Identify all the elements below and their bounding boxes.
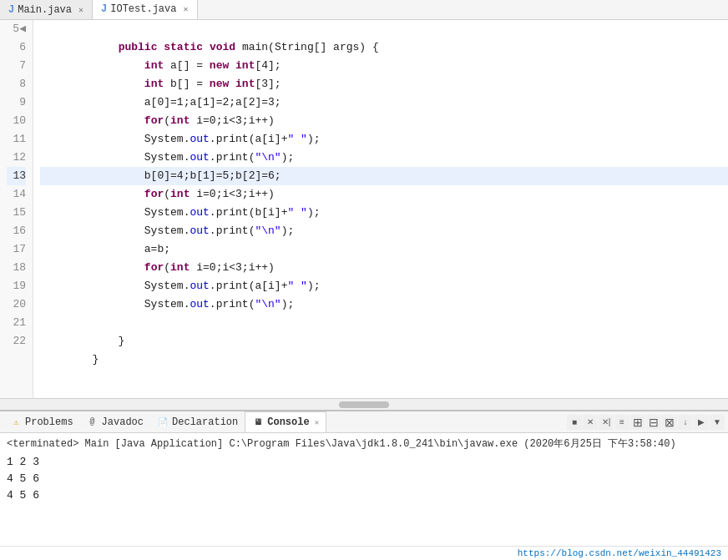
line-num-7: 7 [7, 57, 26, 75]
line-num-12: 12 [7, 149, 26, 167]
line-num-20: 20 [7, 295, 26, 314]
line-num-11: 11 [7, 130, 26, 149]
line-num-15: 15 [7, 204, 26, 222]
line-num-17: 17 [7, 240, 26, 259]
panel-tab-console[interactable]: 🖥 Console ✕ [245, 411, 326, 432]
line-num-19: 19 [7, 277, 26, 295]
tab-iotest-java-close[interactable]: ✕ [183, 4, 188, 14]
line-num-13: 13 [7, 167, 26, 185]
console-icon: 🖥 [252, 416, 264, 428]
console-tab-marker: ✕ [315, 418, 319, 427]
toolbar-expand-btn[interactable]: ▼ [710, 415, 725, 430]
panel-tab-declaration[interactable]: 📄 Declaration [150, 411, 245, 432]
toolbar-new-btn[interactable]: ⊞ [630, 415, 645, 430]
panel-tab-declaration-label: Declaration [172, 416, 238, 428]
console-output: 1 2 3 4 5 6 4 5 6 [7, 454, 721, 504]
scrollbar-thumb [339, 401, 389, 408]
tab-iotest-java-icon: J [101, 3, 107, 15]
panel-tab-console-label: Console [267, 416, 309, 428]
toolbar-run-btn[interactable]: ▶ [694, 415, 709, 430]
code-container: 5◀ 6 7 8 9 10 11 12 13 14 15 16 17 18 19… [0, 20, 728, 398]
code-line-5: public static void main(String[] args) { [40, 20, 728, 38]
line-num-18: 18 [7, 259, 26, 277]
console-content: <terminated> Main [Java Application] C:\… [0, 433, 728, 546]
line-num-21: 21 [7, 314, 26, 332]
toolbar-close-btn[interactable]: ✕ [583, 415, 598, 430]
panel-tab-problems[interactable]: ⚠ Problems [3, 411, 80, 432]
tab-main-java-icon: J [8, 4, 14, 16]
editor-tab-bar: J Main.java ✕ J IOTest.java ✕ [0, 0, 728, 20]
toolbar-minimize-btn[interactable]: ⊟ [646, 415, 661, 430]
tab-main-java-close[interactable]: ✕ [78, 5, 83, 15]
editor-area: 5◀ 6 7 8 9 10 11 12 13 14 15 16 17 18 19… [0, 20, 728, 410]
console-footer: https://blog.csdn.net/weixin_44491423 [0, 546, 728, 560]
tab-iotest-java-label: IOTest.java [110, 3, 176, 15]
line-numbers: 5◀ 6 7 8 9 10 11 12 13 14 15 16 17 18 19… [0, 20, 33, 398]
line-num-10: 10 [7, 112, 26, 130]
code-line-22: } [40, 332, 728, 351]
editor-scrollbar[interactable] [0, 398, 728, 410]
line-num-6: 6 [7, 38, 26, 57]
line-num-16: 16 [7, 222, 26, 240]
bottom-panel: ⚠ Problems @ Javadoc 📄 Declaration 🖥 Con… [0, 410, 728, 560]
console-line-3: 4 5 6 [7, 487, 721, 504]
panel-toolbar: ■ ✕ ✕| ≡ ⊞ ⊟ ⊠ ↓ ▶ ▼ [567, 415, 725, 430]
toolbar-close2-btn[interactable]: ✕| [599, 415, 614, 430]
toolbar-stop-btn[interactable]: ■ [567, 415, 582, 430]
code-line-21: } [40, 314, 728, 332]
declaration-icon: 📄 [157, 416, 169, 428]
javadoc-icon: @ [87, 416, 99, 428]
tab-main-java-label: Main.java [18, 4, 72, 16]
line-num-14: 14 [7, 185, 26, 204]
panel-tab-javadoc-label: Javadoc [102, 416, 144, 428]
toolbar-menu-btn[interactable]: ≡ [614, 415, 629, 430]
console-header: <terminated> Main [Java Application] C:\… [7, 436, 721, 451]
console-line-1: 1 2 3 [7, 454, 721, 471]
console-line-2: 4 5 6 [7, 471, 721, 487]
line-num-9: 9 [7, 93, 26, 112]
line-num-8: 8 [7, 75, 26, 93]
footer-link: https://blog.csdn.net/weixin_44491423 [518, 548, 721, 558]
toolbar-maximize-btn[interactable]: ⊠ [662, 415, 677, 430]
line-num-22: 22 [7, 332, 26, 351]
code-lines[interactable]: public static void main(String[] args) {… [33, 20, 728, 398]
tab-iotest-java[interactable]: J IOTest.java ✕ [93, 0, 197, 19]
toolbar-down-btn[interactable]: ↓ [678, 415, 693, 430]
tab-main-java[interactable]: J Main.java ✕ [0, 0, 93, 19]
line-num-5: 5◀ [7, 20, 26, 38]
panel-tab-javadoc[interactable]: @ Javadoc [80, 411, 150, 432]
problems-icon: ⚠ [10, 416, 22, 428]
panel-tab-problems-label: Problems [25, 416, 73, 428]
panel-tab-bar: ⚠ Problems @ Javadoc 📄 Declaration 🖥 Con… [0, 411, 728, 433]
